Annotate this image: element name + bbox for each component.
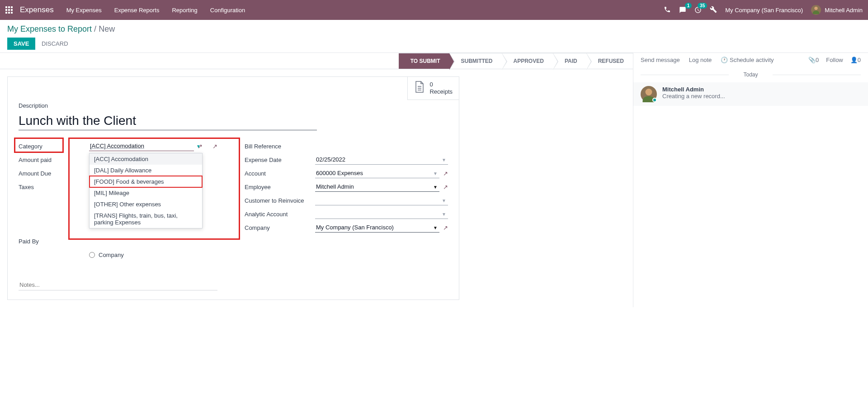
menu-reporting[interactable]: Reporting [172, 7, 197, 14]
account-input[interactable] [315, 168, 439, 178]
user-name: Mitchell Admin [825, 7, 863, 14]
svg-point-1 [646, 89, 652, 95]
status-to-submit[interactable]: TO SUBMIT [399, 53, 449, 69]
brand-label[interactable]: Expenses [20, 5, 54, 14]
analytic-input[interactable] [315, 209, 448, 219]
breadcrumb: My Expenses to Report / New [7, 24, 861, 34]
paid-by-company-label: Company [99, 252, 124, 258]
main-menu: My Expenses Expense Reports Reporting Co… [66, 7, 245, 14]
online-indicator [652, 98, 657, 102]
category-option[interactable]: [DAL] Daily Allowance [90, 165, 202, 176]
message: Mitchell Admin Creating a new record... [633, 82, 868, 106]
expense-date-label: Expense Date [245, 155, 315, 165]
menu-configuration[interactable]: Configuration [210, 7, 245, 14]
menu-my-expenses[interactable]: My Expenses [66, 7, 102, 14]
followers-button[interactable]: 👤0 [850, 57, 861, 63]
external-link-icon[interactable]: ↗ [443, 170, 448, 177]
category-input[interactable] [89, 141, 194, 151]
messages-badge: 1 [685, 3, 692, 9]
paperclip-icon: 📎 [808, 57, 816, 63]
breadcrumb-sep: / [94, 24, 96, 33]
company-input[interactable] [315, 223, 439, 233]
user-menu[interactable]: Mitchell Admin [811, 5, 863, 15]
follow-button[interactable]: Follow [826, 57, 843, 63]
chatter: Send message Log note 🕐 Schedule activit… [633, 53, 868, 307]
employee-input[interactable] [315, 182, 439, 192]
svg-point-0 [815, 7, 818, 10]
company-label: Company [245, 223, 315, 233]
external-link-icon[interactable]: ↗ [443, 184, 448, 190]
message-author: Mitchell Admin [662, 86, 725, 93]
log-note-button[interactable]: Log note [689, 57, 712, 63]
control-panel: My Expenses to Report / New SAVE DISCARD [0, 20, 868, 53]
category-dropdown: [ACC] Accomodation [DAL] Daily Allowance… [89, 153, 203, 228]
bill-reference-label: Bill Reference [245, 141, 315, 152]
clock-icon: 🕐 [721, 57, 728, 63]
external-link-icon[interactable]: ↗ [443, 224, 448, 231]
analytic-label: Analytic Account [245, 209, 315, 219]
send-message-button[interactable]: Send message [641, 57, 680, 63]
category-option[interactable]: [TRANS] Flights, train, bus, taxi, parki… [90, 210, 202, 228]
date-separator: Today [641, 71, 861, 78]
receipts-count: 0 [429, 81, 433, 88]
form-sheet: 0 Receipts Description Category [7, 76, 459, 300]
external-link-icon[interactable]: ↗ [198, 143, 203, 150]
category-option[interactable]: [OTHER] Other expenses [90, 199, 202, 210]
message-body: Creating a new record... [662, 93, 725, 100]
top-navbar: Expenses My Expenses Expense Reports Rep… [0, 0, 868, 20]
messages-icon[interactable]: 1 [679, 6, 686, 14]
category-label: Category [19, 141, 89, 152]
attachments-button[interactable]: 📎0 [808, 57, 819, 63]
amount-due-label: Amount Due [19, 168, 89, 179]
activities-icon[interactable]: 35 [694, 6, 702, 14]
message-avatar [641, 86, 657, 102]
user-avatar [811, 5, 821, 15]
phone-icon[interactable] [664, 6, 671, 14]
receipts-button[interactable]: 0 Receipts [407, 77, 459, 100]
menu-expense-reports[interactable]: Expense Reports [114, 7, 160, 14]
customer-input[interactable] [315, 195, 448, 205]
amount-paid-label: Amount paid [19, 155, 89, 165]
apps-icon[interactable] [5, 6, 13, 14]
paid-by-company-radio[interactable] [89, 252, 95, 258]
description-input[interactable] [19, 112, 317, 130]
notes-input[interactable] [19, 280, 217, 290]
receipts-label: Receipts [429, 88, 453, 95]
company-selector[interactable]: My Company (San Francisco) [725, 7, 803, 14]
taxes-label: Taxes [19, 182, 89, 192]
breadcrumb-parent[interactable]: My Expenses to Report [7, 24, 92, 33]
paid-by-label: Paid By [19, 236, 89, 247]
schedule-activity-button[interactable]: 🕐 Schedule activity [721, 57, 774, 63]
category-option[interactable]: [MIL] Mileage [90, 187, 202, 199]
debug-icon[interactable] [710, 6, 717, 14]
employee-label: Employee [245, 182, 315, 192]
category-option[interactable]: [FOOD] Food & beverages [90, 176, 202, 187]
external-link-icon-2[interactable]: ↗ [212, 143, 217, 150]
status-submitted[interactable]: SUBMITTED [449, 53, 502, 69]
save-button[interactable]: SAVE [7, 38, 35, 50]
customer-label: Customer to Reinvoice [245, 195, 315, 206]
status-approved[interactable]: APPROVED [502, 53, 553, 69]
discard-button[interactable]: DISCARD [42, 40, 68, 47]
account-label: Account [245, 168, 315, 179]
category-option[interactable]: [ACC] Accomodation [90, 153, 202, 165]
expense-date-input[interactable] [315, 155, 448, 165]
person-icon: 👤 [850, 57, 858, 63]
description-label: Description [19, 102, 448, 109]
activities-badge: 35 [698, 3, 707, 9]
status-refused[interactable]: REFUSED [586, 53, 633, 69]
breadcrumb-current: New [99, 24, 115, 33]
file-icon [414, 81, 425, 96]
statusbar: TO SUBMIT SUBMITTED APPROVED PAID REFUSE… [0, 53, 633, 69]
